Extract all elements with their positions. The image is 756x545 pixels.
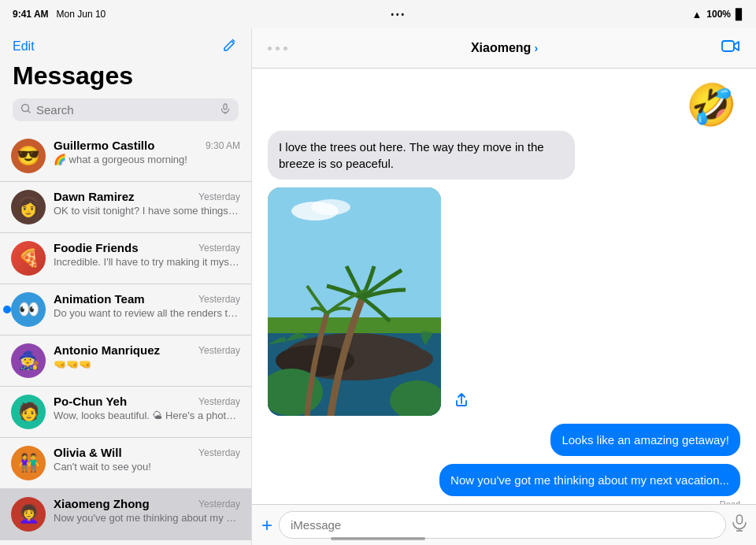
chat-area: Xiaomeng › 🤣 I love the trees out here. …: [252, 28, 756, 545]
conv-time: Yesterday: [198, 396, 240, 407]
share-button[interactable]: [449, 387, 474, 413]
search-bar[interactable]: [13, 98, 239, 121]
unread-dot: [3, 306, 11, 313]
conv-name: Olivia & Will: [54, 446, 122, 459]
video-call-button[interactable]: [721, 38, 740, 58]
avatar-xiaomeng: 👩‍🦱: [11, 497, 46, 532]
conv-content-foodie: Foodie Friends Yesterday Incredible. I'l…: [54, 241, 240, 268]
avatar-antonio: 🧙: [11, 343, 46, 378]
app-container: Edit Messages: [0, 28, 756, 545]
conversation-ashley[interactable]: 👩 Ashley Rico Yesterday: [0, 540, 251, 545]
battery-icon: ▊: [736, 9, 743, 20]
search-icon: [20, 103, 32, 117]
conv-content-dawn: Dawn Ramirez Yesterday OK to visit tonig…: [54, 190, 240, 217]
conv-time: Yesterday: [198, 191, 240, 202]
chat-messages: 🤣 I love the trees out here. The way the…: [252, 69, 756, 504]
svg-rect-3: [722, 41, 734, 51]
status-right: ▲ 100% ▊: [691, 9, 743, 20]
conversation-pochun[interactable]: 🧑 Po-Chun Yeh Yesterday Wow, looks beaut…: [0, 387, 251, 438]
conv-time: Yesterday: [198, 345, 240, 356]
search-input[interactable]: [36, 103, 215, 117]
conv-preview: Incredible. I'll have to try making it m…: [54, 256, 240, 268]
avatar-pochun: 🧑: [11, 395, 46, 429]
header-dots: [268, 46, 287, 50]
conv-time: 9:30 AM: [206, 140, 240, 151]
avatar-guillermo: 😎: [11, 139, 46, 173]
message-input[interactable]: [279, 511, 726, 539]
status-center: •••: [391, 10, 407, 19]
conv-time: Yesterday: [198, 243, 240, 254]
conversation-foodie[interactable]: 🍕 Foodie Friends Yesterday Incredible. I…: [0, 233, 251, 284]
avatar-olivia: 👫: [11, 446, 46, 480]
message-sent-1: Looks like an amazing getaway!: [550, 424, 740, 456]
message-received-1: I love the trees out here. The way they …: [268, 131, 575, 180]
messages-title: Messages: [13, 61, 239, 91]
beach-photo[interactable]: [268, 187, 441, 416]
reaction-emoji: 🤣: [686, 81, 737, 129]
chat-input-bar: +: [252, 504, 756, 545]
conversation-animation[interactable]: 👀 Animation Team Yesterday Do you want t…: [0, 284, 251, 336]
conv-content-olivia: Olivia & Will Yesterday Can't wait to se…: [54, 446, 240, 473]
mic-icon: [220, 103, 231, 117]
conv-preview: 🤜🤜🤜: [54, 358, 240, 370]
conversation-antonio[interactable]: 🧙 Antonio Manriquez Yesterday 🤜🤜🤜: [0, 336, 251, 387]
conv-name: Guillermo Castillo: [54, 139, 154, 152]
avatar-animation: 👀: [11, 292, 46, 327]
conv-preview: Do you want to review all the renders to…: [54, 307, 240, 319]
avatar-dawn: 👩: [11, 190, 46, 224]
status-time: 9:41 AM Mon Jun 10: [13, 9, 106, 20]
compose-button[interactable]: [221, 36, 239, 57]
conv-content-pochun: Po-Chun Yeh Yesterday Wow, looks beautif…: [54, 395, 240, 421]
conv-preview: 🌈 what a gorgeous morning!: [54, 154, 240, 165]
conv-name: Animation Team: [54, 292, 145, 306]
conv-time: Yesterday: [198, 447, 240, 458]
conv-preview: OK to visit tonight? I have some things …: [54, 205, 240, 217]
conv-name: Foodie Friends: [54, 241, 139, 254]
sidebar: Edit Messages: [0, 28, 252, 545]
chat-header: Xiaomeng ›: [252, 28, 756, 69]
svg-point-6: [311, 199, 350, 215]
conv-content-guillermo: Guillermo Castillo 9:30 AM 🌈 what a gorg…: [54, 139, 240, 165]
time-display: 9:41 AM: [13, 9, 49, 20]
conversation-guillermo[interactable]: 😎 Guillermo Castillo 9:30 AM 🌈 what a go…: [0, 131, 251, 182]
conv-preview: Can't wait to see you!: [54, 461, 240, 473]
svg-point-10: [354, 345, 433, 373]
sidebar-header: Edit Messages: [0, 28, 251, 131]
avatar-foodie: 🍕: [11, 241, 46, 276]
svg-rect-1: [224, 104, 227, 109]
battery-level: 100%: [706, 9, 731, 20]
add-attachment-button[interactable]: +: [261, 516, 272, 535]
three-dots: •••: [391, 10, 407, 19]
conversations-list: 😎 Guillermo Castillo 9:30 AM 🌈 what a go…: [0, 131, 251, 545]
contact-chevron-icon: ›: [534, 42, 538, 54]
home-indicator: [331, 537, 425, 540]
conv-name: Xiaomeng Zhong: [54, 497, 150, 510]
conv-preview: Wow, looks beautiful. 🌤 Here's a photo o…: [54, 410, 240, 421]
date-display: Mon Jun 10: [57, 9, 106, 20]
conv-name: Dawn Ramirez: [54, 190, 135, 203]
message-sent-2: Now you've got me thinking about my next…: [439, 464, 740, 496]
conv-name: Po-Chun Yeh: [54, 395, 127, 408]
conversation-olivia[interactable]: 👫 Olivia & Will Yesterday Can't wait to …: [0, 438, 251, 489]
sidebar-top-bar: Edit: [13, 36, 239, 57]
conv-time: Yesterday: [198, 294, 240, 305]
conv-content-xiaomeng: Xiaomeng Zhong Yesterday Now you've got …: [54, 497, 240, 524]
conversation-xiaomeng[interactable]: 👩‍🦱 Xiaomeng Zhong Yesterday Now you've …: [0, 489, 251, 540]
status-bar: 9:41 AM Mon Jun 10 ••• ▲ 100% ▊: [0, 0, 756, 28]
message-image-container: [268, 187, 474, 416]
edit-button[interactable]: Edit: [13, 39, 35, 54]
chat-contact[interactable]: Xiaomeng ›: [471, 41, 538, 55]
contact-name-label: Xiaomeng: [471, 41, 531, 55]
wifi-icon: ▲: [691, 9, 702, 20]
conv-name: Antonio Manriquez: [54, 343, 160, 357]
svg-rect-14: [737, 515, 743, 524]
conv-content-animation: Animation Team Yesterday Do you want to …: [54, 292, 240, 319]
conv-preview: Now you've got me thinking about my next…: [54, 512, 240, 524]
conversation-dawn[interactable]: 👩 Dawn Ramirez Yesterday OK to visit ton…: [0, 182, 251, 233]
mic-button[interactable]: [732, 514, 747, 536]
conv-time: Yesterday: [198, 499, 240, 510]
conv-content-antonio: Antonio Manriquez Yesterday 🤜🤜🤜: [54, 343, 240, 370]
